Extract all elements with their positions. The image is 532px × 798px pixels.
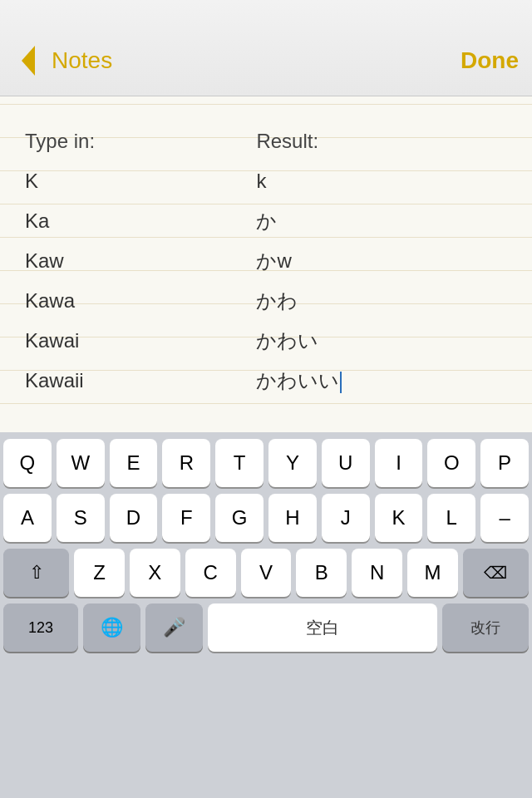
- shift-key[interactable]: ⇧: [3, 549, 69, 597]
- key-v[interactable]: V: [241, 549, 292, 597]
- keyboard-row-4: 123 🌐 🎤 空白 改行: [3, 603, 529, 652]
- type-in-kawaii: Kawaii: [25, 361, 256, 401]
- back-arrow-icon: [20, 46, 37, 76]
- done-button[interactable]: Done: [461, 47, 519, 74]
- notes-table: Type in: Result: K k Ka か Kaw かw Kawa かわ…: [25, 121, 507, 401]
- key-a[interactable]: A: [3, 494, 52, 542]
- type-in-kawa: Kawa: [25, 281, 256, 321]
- top-bar: Notes Done: [0, 0, 532, 96]
- type-in-header: Type in:: [25, 121, 256, 161]
- svg-marker-0: [22, 46, 35, 76]
- key-h[interactable]: H: [268, 494, 317, 542]
- table-row: Kawaii かわいい: [25, 361, 507, 401]
- delete-icon: ⌫: [484, 563, 507, 583]
- table-row: Kawa かわ: [25, 281, 507, 321]
- table-row: K k: [25, 161, 507, 201]
- key-u[interactable]: U: [322, 439, 370, 487]
- key-c[interactable]: C: [185, 549, 236, 597]
- type-in-ka: Ka: [25, 201, 256, 241]
- keyboard: Q W E R T Y U I O P A S D F G H J K L – …: [0, 432, 532, 798]
- key-p[interactable]: P: [480, 439, 529, 487]
- key-m[interactable]: M: [407, 549, 458, 597]
- key-d[interactable]: D: [110, 494, 158, 542]
- result-k: k: [256, 161, 507, 201]
- key-l[interactable]: L: [427, 494, 475, 542]
- notes-content: Type in: Result: K k Ka か Kaw かw Kawa かわ…: [0, 96, 532, 432]
- key-f[interactable]: F: [162, 494, 210, 542]
- back-label: Notes: [52, 47, 112, 74]
- globe-key[interactable]: 🌐: [83, 603, 140, 652]
- result-kaw: かw: [256, 241, 507, 281]
- table-row: Type in: Result:: [25, 121, 507, 161]
- back-button[interactable]: Notes: [13, 44, 119, 77]
- space-key[interactable]: 空白: [208, 603, 437, 652]
- keyboard-row-1: Q W E R T Y U I O P: [3, 439, 529, 487]
- numbers-key[interactable]: 123: [3, 603, 78, 652]
- key-k[interactable]: K: [375, 494, 423, 542]
- key-q[interactable]: Q: [3, 439, 52, 487]
- key-e[interactable]: E: [110, 439, 158, 487]
- key-b[interactable]: B: [296, 549, 347, 597]
- type-in-k: K: [25, 161, 256, 201]
- microphone-key[interactable]: 🎤: [145, 603, 203, 652]
- table-row: Ka か: [25, 201, 507, 241]
- table-row: Kawai かわい: [25, 321, 507, 361]
- key-r[interactable]: R: [162, 439, 210, 487]
- key-t[interactable]: T: [215, 439, 264, 487]
- result-header: Result:: [256, 121, 507, 161]
- keyboard-row-2: A S D F G H J K L –: [3, 494, 529, 542]
- result-kawai: かわい: [256, 321, 507, 361]
- key-z[interactable]: Z: [74, 549, 125, 597]
- key-n[interactable]: N: [352, 549, 402, 597]
- text-cursor: [340, 372, 342, 393]
- key-j[interactable]: J: [322, 494, 370, 542]
- key-w[interactable]: W: [57, 439, 105, 487]
- type-in-kawai: Kawai: [25, 321, 256, 361]
- key-y[interactable]: Y: [268, 439, 317, 487]
- key-x[interactable]: X: [130, 549, 180, 597]
- shift-icon: ⇧: [29, 562, 44, 584]
- key-i[interactable]: I: [375, 439, 423, 487]
- type-in-kaw: Kaw: [25, 241, 256, 281]
- result-ka: か: [256, 201, 507, 241]
- result-kawa: かわ: [256, 281, 507, 321]
- key-g[interactable]: G: [215, 494, 264, 542]
- keyboard-row-3: ⇧ Z X C V B N M ⌫: [3, 549, 529, 597]
- table-row: Kaw かw: [25, 241, 507, 281]
- key-o[interactable]: O: [427, 439, 475, 487]
- delete-key[interactable]: ⌫: [463, 549, 529, 597]
- key-dash[interactable]: –: [480, 494, 529, 542]
- result-kawaii: かわいい: [256, 361, 507, 401]
- return-key[interactable]: 改行: [442, 603, 529, 652]
- key-s[interactable]: S: [57, 494, 105, 542]
